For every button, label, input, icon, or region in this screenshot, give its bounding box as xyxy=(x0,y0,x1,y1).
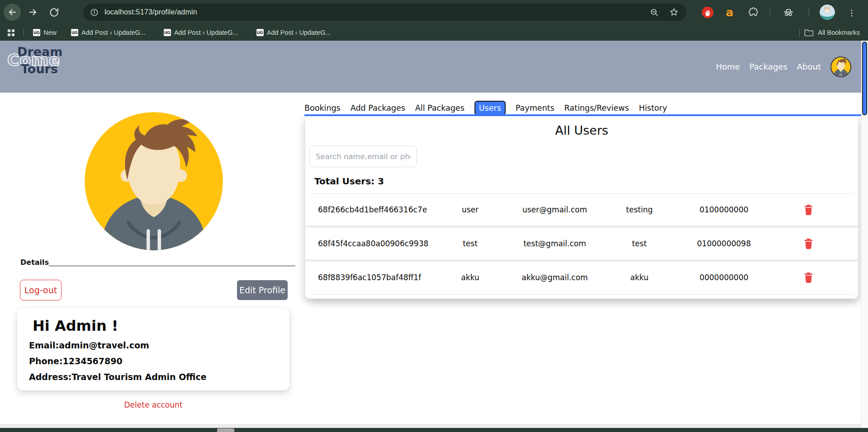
tab-bookings[interactable]: Bookings xyxy=(304,103,341,113)
tab-payments[interactable]: Payments xyxy=(516,103,555,113)
total-users-count: Total Users: 3 xyxy=(314,176,384,187)
tab-ratings-reviews[interactable]: Ratings/Reviews xyxy=(564,103,629,113)
browser-menu-icon[interactable] xyxy=(845,6,859,20)
extensions-puzzle-icon[interactable] xyxy=(746,5,760,19)
user-address: test xyxy=(597,239,682,248)
reload-button[interactable] xyxy=(45,4,62,21)
user-address: akku xyxy=(597,273,682,282)
user-row: 68f8839f6ac1057baf48ff1f akku akku@gmail… xyxy=(305,262,858,293)
bookmark-label: Add Post ‹ UpdateG... xyxy=(174,29,238,36)
tab-all-packages[interactable]: All Packages xyxy=(415,103,465,113)
user-id: 68f45f4ccaa80a00906c9938 xyxy=(305,239,428,248)
user-phone: 01000000098 xyxy=(682,239,766,248)
user-name: user xyxy=(428,205,512,214)
footer-light-strip xyxy=(0,424,861,428)
ug-favicon: UG xyxy=(256,29,264,36)
cat-avatar-icon xyxy=(820,5,835,20)
amazon-extension-icon[interactable]: a xyxy=(723,5,736,19)
zoom-icon[interactable] xyxy=(650,8,659,17)
page-footer xyxy=(0,428,868,432)
user-id: 68f8839f6ac1057baf48ff1f xyxy=(305,273,428,282)
user-email: user@gmail.com xyxy=(512,205,597,214)
user-address: testing xyxy=(597,205,682,214)
incognito-icon[interactable] xyxy=(782,5,795,19)
browser-profile-avatar[interactable] xyxy=(820,5,835,20)
user-name: test xyxy=(428,239,512,248)
user-row: 68f266cb4d1beff466316c7e user user@gmail… xyxy=(305,194,858,225)
user-email: akku@gmail.com xyxy=(512,273,597,282)
user-phone: 0100000000 xyxy=(682,205,766,214)
users-panel: All Users Total Users: 3 68f266cb4d1beff… xyxy=(305,116,858,299)
tab-users[interactable]: Users xyxy=(474,101,506,115)
bookmarks-bar: UG New UG Add Post ‹ UpdateG... UG Add P… xyxy=(0,24,868,41)
delete-user-button[interactable] xyxy=(804,239,813,249)
all-bookmarks-button[interactable]: All Bookmarks xyxy=(818,29,860,36)
browser-window: localhost:5173/profile/admin a xyxy=(0,0,868,432)
header-profile-avatar[interactable] xyxy=(830,56,851,77)
ug-favicon: UG xyxy=(164,29,171,36)
bookmark-label: Add Post ‹ UpdateG... xyxy=(81,29,146,36)
bookmarks-separator xyxy=(799,28,800,37)
delete-user-button[interactable] xyxy=(804,205,813,215)
table-divider xyxy=(310,294,854,295)
greeting-text: Hi Admin ! xyxy=(33,317,281,334)
page-scrollbar-track xyxy=(861,41,868,428)
trash-icon xyxy=(804,272,813,283)
profile-email: Email:admin@travel.com xyxy=(29,340,281,350)
ug-favicon: UG xyxy=(71,29,78,36)
user-phone: 0000000000 xyxy=(682,273,766,282)
trash-icon xyxy=(804,239,813,249)
url-text[interactable]: localhost:5173/profile/admin xyxy=(104,8,197,16)
folder-icon xyxy=(804,28,813,37)
adblock-extension-icon[interactable] xyxy=(701,5,714,19)
edit-profile-button[interactable]: Edit Profile xyxy=(237,280,288,300)
details-label: Details xyxy=(20,258,49,267)
profile-photo xyxy=(85,112,223,250)
logout-button[interactable]: Log-out xyxy=(20,280,62,301)
bookmarks-separator xyxy=(24,28,24,37)
footer-chip xyxy=(217,428,234,432)
toolbar-separator xyxy=(809,8,809,17)
amazon-a-glyph: a xyxy=(726,7,734,18)
ug-favicon: UG xyxy=(33,29,40,36)
logo-line-3: Tours xyxy=(21,63,62,75)
person-avatar-icon xyxy=(831,57,850,76)
user-id: 68f266cb4d1beff466316c7e xyxy=(305,205,428,214)
site-header: Dream Come Tours Home Packages About xyxy=(0,41,861,93)
forward-button[interactable] xyxy=(24,4,42,21)
apps-grid-icon[interactable] xyxy=(7,28,15,37)
details-divider xyxy=(49,266,295,266)
address-bar[interactable]: localhost:5173/profile/admin xyxy=(83,4,686,21)
bookmark-item[interactable]: UG Add Post ‹ UpdateG... xyxy=(164,29,238,36)
tab-add-packages[interactable]: Add Packages xyxy=(351,103,405,113)
bookmark-item[interactable]: UG Add Post ‹ UpdateG... xyxy=(256,29,331,36)
user-row: 68f45f4ccaa80a00906c9938 test test@gmail… xyxy=(305,228,858,259)
delete-account-link[interactable]: Delete account xyxy=(17,400,289,409)
arrow-right-icon xyxy=(28,7,38,18)
tab-history[interactable]: History xyxy=(639,103,667,113)
bookmark-label: New xyxy=(43,29,57,36)
profile-address: Address:Travel Tourism Admin Office xyxy=(29,372,281,382)
site-info-icon[interactable] xyxy=(90,8,99,17)
bookmark-star-icon[interactable] xyxy=(669,7,679,17)
bookmark-label: Add Post ‹ UpdateG... xyxy=(267,29,331,36)
user-search-input[interactable] xyxy=(309,146,417,167)
delete-user-button[interactable] xyxy=(804,272,813,283)
reload-icon xyxy=(49,7,59,18)
users-panel-title: All Users xyxy=(305,123,858,137)
trash-icon xyxy=(804,205,813,215)
nav-link-about[interactable]: About xyxy=(797,62,821,71)
site-logo[interactable]: Dream Come Tours xyxy=(7,46,62,75)
bookmark-item[interactable]: UG Add Post ‹ UpdateG... xyxy=(71,29,146,36)
profile-phone: Phone:1234567890 xyxy=(29,356,281,366)
page-scrollbar-thumb[interactable] xyxy=(862,42,867,115)
browser-toolbar: localhost:5173/profile/admin a xyxy=(0,0,868,24)
profile-info-card: Hi Admin ! Email:admin@travel.com Phone:… xyxy=(17,308,289,390)
toolbar-separator xyxy=(770,8,770,17)
nav-link-home[interactable]: Home xyxy=(716,62,740,71)
bookmark-item[interactable]: UG New xyxy=(33,29,57,36)
nav-link-packages[interactable]: Packages xyxy=(749,62,787,71)
arrow-left-icon xyxy=(7,7,18,18)
user-email: test@gmail.com xyxy=(512,239,597,248)
back-button[interactable] xyxy=(4,4,21,21)
